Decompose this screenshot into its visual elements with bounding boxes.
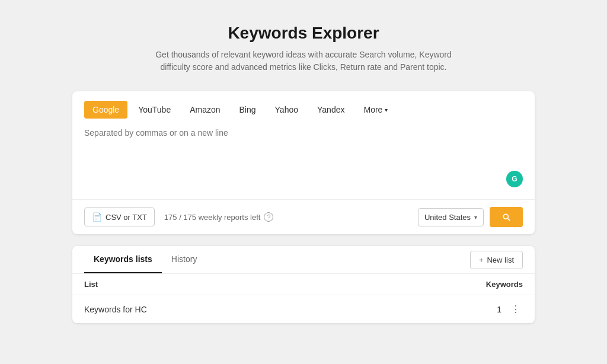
list-tabs-left: Keywords lists History bbox=[84, 246, 206, 273]
country-label: United States bbox=[424, 213, 471, 222]
tab-bing[interactable]: Bing bbox=[231, 101, 264, 119]
new-list-label: New list bbox=[487, 256, 514, 264]
help-icon[interactable]: ? bbox=[264, 212, 273, 222]
search-controls-right: United States ▾ bbox=[418, 207, 523, 227]
reports-text: 175 / 175 weekly reports left bbox=[164, 213, 261, 222]
search-bottom-bar: 📄 CSV or TXT 175 / 175 weekly reports le… bbox=[72, 199, 535, 234]
tab-yahoo[interactable]: Yahoo bbox=[267, 101, 306, 119]
page-title: Keywords Explorer bbox=[149, 24, 458, 43]
list-row-count: 1 bbox=[497, 305, 501, 314]
chevron-down-icon: ▾ bbox=[385, 107, 388, 113]
file-icon: 📄 bbox=[92, 212, 102, 222]
keyword-input[interactable] bbox=[84, 128, 523, 187]
row-right: 1 ⋮ bbox=[497, 302, 523, 316]
col-keywords-header: Keywords bbox=[486, 280, 523, 289]
tab-more[interactable]: More ▾ bbox=[355, 101, 396, 119]
tab-google[interactable]: Google bbox=[84, 101, 127, 119]
grammarly-icon: G bbox=[506, 171, 523, 187]
tab-more-label: More bbox=[363, 105, 382, 114]
csv-upload-button[interactable]: 📄 CSV or TXT bbox=[84, 207, 155, 226]
tab-history[interactable]: History bbox=[162, 246, 207, 273]
list-tabs-bar: Keywords lists History + New list bbox=[72, 246, 535, 274]
row-options-button[interactable]: ⋮ bbox=[509, 302, 523, 316]
page-header: Keywords Explorer Get thousands of relev… bbox=[149, 24, 458, 74]
tab-yandex[interactable]: Yandex bbox=[309, 101, 353, 119]
country-selector[interactable]: United States ▾ bbox=[418, 208, 484, 226]
csv-label: CSV or TXT bbox=[106, 213, 147, 222]
reports-info: 175 / 175 weekly reports left ? bbox=[164, 212, 274, 222]
keyword-input-area: G bbox=[72, 119, 535, 199]
list-table-header: List Keywords bbox=[72, 274, 535, 295]
list-row-name: Keywords for HC bbox=[84, 305, 147, 314]
new-list-button[interactable]: + New list bbox=[470, 251, 523, 269]
search-engine-tabs: Google YouTube Amazon Bing Yahoo Yandex … bbox=[72, 91, 535, 119]
search-icon bbox=[501, 212, 511, 222]
main-search-card: Google YouTube Amazon Bing Yahoo Yandex … bbox=[72, 91, 535, 234]
search-button[interactable] bbox=[490, 207, 523, 227]
tab-keywords-lists[interactable]: Keywords lists bbox=[84, 246, 162, 273]
tab-youtube[interactable]: YouTube bbox=[130, 101, 179, 119]
keywords-list-card: Keywords lists History + New list List K… bbox=[72, 246, 535, 323]
chevron-down-icon: ▾ bbox=[474, 214, 477, 221]
table-row: Keywords for HC 1 ⋮ bbox=[72, 295, 535, 323]
col-list-header: List bbox=[84, 280, 98, 289]
tab-amazon[interactable]: Amazon bbox=[181, 101, 228, 119]
new-list-icon: + bbox=[479, 256, 484, 264]
page-description: Get thousands of relevant keyword ideas … bbox=[149, 49, 458, 74]
